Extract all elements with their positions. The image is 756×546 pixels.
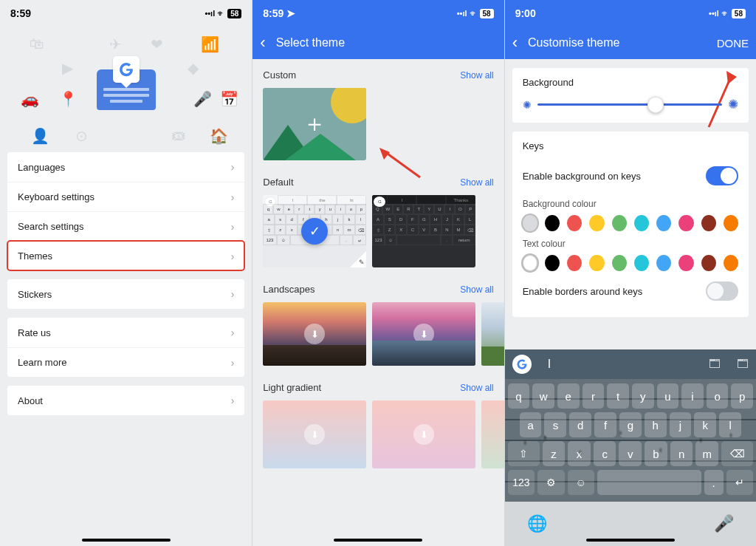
key[interactable]: w bbox=[532, 383, 554, 409]
key[interactable]: t bbox=[607, 383, 629, 409]
background-slider[interactable] bbox=[537, 103, 722, 106]
show-all-default[interactable]: Show all bbox=[460, 177, 493, 188]
colour-swatch[interactable] bbox=[656, 255, 671, 271]
toggle-enable-borders[interactable] bbox=[706, 281, 738, 301]
colour-swatch[interactable] bbox=[545, 215, 560, 231]
key[interactable]: v bbox=[619, 441, 642, 466]
search-icon[interactable]: 🗔 bbox=[737, 358, 749, 371]
key[interactable]: h bbox=[645, 412, 667, 437]
key[interactable]: m bbox=[695, 441, 718, 466]
theme-gradient-2[interactable]: ⬇ bbox=[372, 400, 475, 468]
key[interactable]: ☺ bbox=[568, 470, 594, 495]
key[interactable]: ⌫ bbox=[721, 441, 753, 466]
slider-knob[interactable] bbox=[647, 97, 664, 113]
key[interactable]: j bbox=[670, 412, 692, 437]
key[interactable]: z bbox=[543, 441, 566, 466]
key[interactable]: e bbox=[557, 383, 580, 409]
add-custom-theme[interactable]: ＋ bbox=[263, 88, 366, 160]
colour-swatch[interactable] bbox=[612, 255, 627, 271]
menu-item-themes[interactable]: Themes› bbox=[7, 241, 244, 270]
text-colour-swatches bbox=[523, 255, 738, 271]
panel-select-theme: 8:59 ➤ ••ıl ᯤ 58 ‹ Select theme CustomSh… bbox=[252, 0, 504, 546]
google-icon[interactable] bbox=[512, 355, 532, 374]
key[interactable]: d bbox=[569, 412, 591, 437]
colour-swatch[interactable] bbox=[589, 255, 604, 271]
colour-swatch[interactable] bbox=[567, 255, 582, 271]
menu-item-languages[interactable]: Languages› bbox=[7, 152, 244, 182]
chevron-right-icon: › bbox=[231, 288, 235, 300]
key[interactable]: b bbox=[645, 441, 667, 466]
suggestion[interactable]: I bbox=[548, 358, 551, 371]
key[interactable]: c bbox=[594, 441, 616, 466]
menu-item-keyboard-settings[interactable]: Keyboard settings› bbox=[7, 182, 244, 211]
menu-item-about[interactable]: About› bbox=[7, 386, 244, 415]
key[interactable]: x bbox=[568, 441, 591, 466]
menu-item-search-settings[interactable]: Search settings› bbox=[7, 211, 244, 241]
status-time: 8:59 bbox=[10, 7, 31, 19]
menu-item-learn-more[interactable]: Learn more› bbox=[7, 347, 244, 377]
colour-swatch[interactable] bbox=[567, 215, 582, 231]
key[interactable]: f bbox=[594, 412, 616, 437]
key[interactable]: ↵ bbox=[726, 470, 753, 495]
brightness-low-icon: ✺ bbox=[523, 99, 532, 111]
key[interactable]: 123 bbox=[508, 470, 535, 495]
colour-swatch[interactable] bbox=[634, 215, 649, 231]
chevron-right-icon: › bbox=[231, 357, 235, 369]
colour-swatch[interactable] bbox=[545, 255, 560, 271]
colour-swatch[interactable] bbox=[678, 255, 693, 271]
translate-icon[interactable]: 🗔 bbox=[709, 358, 721, 371]
key[interactable]: i bbox=[681, 383, 704, 409]
theme-landscape-3[interactable] bbox=[481, 302, 504, 366]
key[interactable] bbox=[597, 470, 701, 495]
key[interactable]: a bbox=[520, 412, 542, 437]
key[interactable]: y bbox=[632, 383, 654, 409]
theme-landscape-2[interactable]: ⬇ bbox=[372, 302, 475, 366]
colour-swatch[interactable] bbox=[724, 215, 738, 231]
keyboard-preview: I 🗔 🗔 qwertyuiop asdfghjkl ⇧zxcvbnm⌫ 123… bbox=[505, 349, 756, 546]
key[interactable]: p bbox=[731, 383, 753, 409]
colour-swatch[interactable] bbox=[523, 255, 537, 271]
status-time: 8:59 ➤ bbox=[263, 7, 295, 19]
menu-item-stickers[interactable]: Stickers› bbox=[7, 279, 244, 309]
key[interactable]: s bbox=[544, 412, 566, 437]
colour-swatch[interactable] bbox=[589, 215, 604, 231]
key[interactable]: k bbox=[694, 412, 716, 437]
show-all-landscapes[interactable]: Show all bbox=[460, 284, 493, 295]
theme-gradient-3[interactable] bbox=[481, 400, 504, 468]
colour-swatch[interactable] bbox=[612, 215, 627, 231]
theme-landscape-1[interactable]: ⬇ bbox=[263, 302, 366, 366]
done-button[interactable]: DONE bbox=[717, 37, 749, 50]
colour-swatch[interactable] bbox=[701, 255, 716, 271]
download-icon: ⬇ bbox=[413, 324, 434, 344]
show-all-custom[interactable]: Show all bbox=[460, 70, 493, 81]
theme-default-dark[interactable]: GIThanks QWERTYUIOP ASDFGHJKL ⇧ZXCVBNM⌫ … bbox=[372, 195, 475, 267]
colour-swatch[interactable] bbox=[656, 215, 671, 231]
download-icon: ⬇ bbox=[304, 424, 325, 445]
edit-icon[interactable] bbox=[350, 251, 366, 267]
key[interactable]: ⇧ bbox=[508, 441, 540, 466]
show-all-light-gradient[interactable]: Show all bbox=[460, 383, 493, 393]
colour-swatch[interactable] bbox=[678, 215, 693, 231]
colour-swatch[interactable] bbox=[701, 215, 716, 231]
key[interactable]: q bbox=[508, 383, 530, 409]
colour-swatch[interactable] bbox=[523, 215, 537, 231]
theme-gradient-1[interactable]: ⬇ bbox=[263, 400, 366, 468]
key[interactable]: l bbox=[719, 412, 741, 437]
colour-swatch[interactable] bbox=[724, 255, 738, 271]
key[interactable]: ⚙ bbox=[537, 470, 564, 495]
toggle-enable-bg-keys[interactable] bbox=[706, 166, 738, 185]
key[interactable]: n bbox=[670, 441, 693, 466]
menu-item-rate-us[interactable]: Rate us› bbox=[7, 318, 244, 347]
key[interactable]: g bbox=[619, 412, 642, 437]
back-button[interactable]: ‹ bbox=[260, 33, 265, 52]
mic-icon[interactable]: 🎤 bbox=[714, 514, 734, 533]
colour-swatch[interactable] bbox=[634, 255, 649, 271]
key[interactable]: o bbox=[707, 383, 729, 409]
key[interactable]: u bbox=[657, 383, 679, 409]
globe-icon[interactable]: 🌐 bbox=[527, 514, 547, 533]
status-bar: 8:59 ••ıl ᯤ 58 bbox=[0, 0, 252, 27]
key[interactable]: . bbox=[704, 470, 724, 495]
back-button[interactable]: ‹ bbox=[512, 33, 518, 52]
key[interactable]: r bbox=[583, 383, 605, 409]
theme-default-light[interactable]: GIthehi qwertyuiop asdfghjkl ⇧zxcvbnm⌫ 1… bbox=[263, 195, 366, 267]
